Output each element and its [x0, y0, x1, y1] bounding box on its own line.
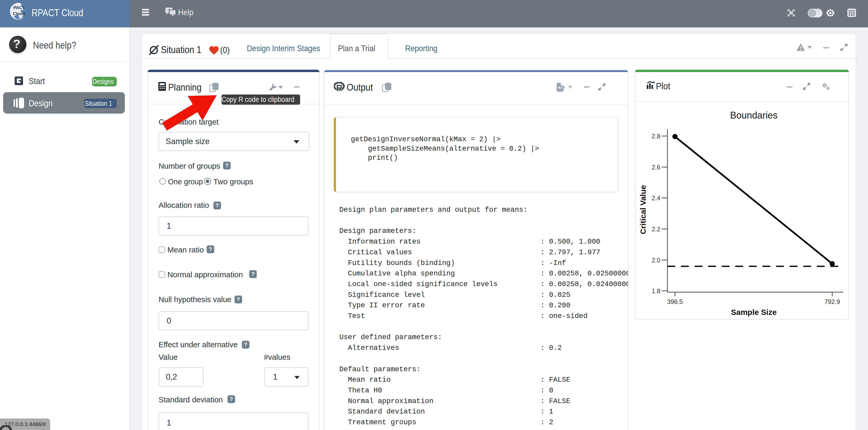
- svg-text:2.4: 2.4: [652, 195, 660, 202]
- svg-text:2.8: 2.8: [652, 133, 660, 140]
- svg-text:2.2: 2.2: [652, 226, 660, 233]
- svg-text:2.0: 2.0: [652, 257, 660, 264]
- svg-text:R: R: [336, 83, 342, 92]
- svg-text:Sample Size: Sample Size: [731, 308, 777, 317]
- svg-text:PACT: PACT: [13, 5, 25, 10]
- svg-text:792.9: 792.9: [825, 298, 840, 305]
- svg-text:Boundaries: Boundaries: [730, 110, 778, 121]
- svg-text:Critical Value: Critical Value: [639, 185, 647, 234]
- svg-text:Cloud: Cloud: [13, 11, 25, 16]
- svg-text:396.5: 396.5: [667, 298, 683, 305]
- svg-text:1.8: 1.8: [652, 288, 660, 295]
- svg-text:2.6: 2.6: [652, 164, 660, 171]
